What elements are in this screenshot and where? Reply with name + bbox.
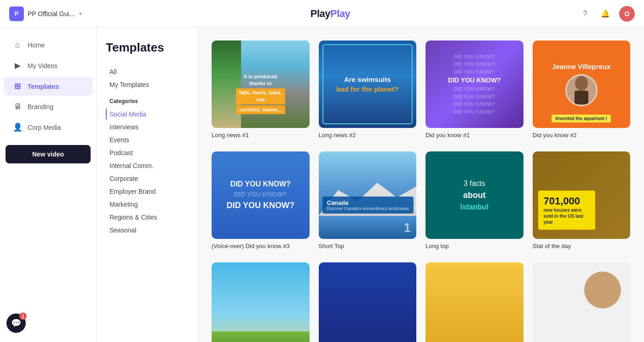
sidebar-item-branding-label: Branding (28, 103, 53, 110)
template-thumb-stat-of-day: 701,000 new houses were sold in the US l… (533, 151, 631, 239)
templates-row-2: DID YOU KNOW? DID YOU KNOW? DID YOU KNOW… (212, 151, 630, 249)
app-logo: PlayPlay (310, 8, 351, 20)
stat-description: new houses were sold in the US last year (544, 207, 590, 225)
template-card-blue[interactable] (319, 262, 417, 342)
template-thumb-blue (319, 262, 417, 342)
home-icon: ⌂ (13, 41, 22, 50)
canada-sub: Discover Canada's extraordinary landscap… (327, 206, 409, 211)
sidebar-item-corp-media[interactable]: 👤 Corp Media (4, 118, 92, 137)
template-card-did-you-know-1[interactable]: DID YOU KNOW? DID YOU KNOW? DID YOU KNOW… (426, 41, 523, 139)
corp-media-icon: 👤 (13, 122, 22, 132)
topbar-left: P PP Official Gui... ▾ (9, 6, 82, 21)
sidebar: ⌂ Home ▶ My Videos ⊞ Templates 🖥 Brandin… (0, 28, 97, 342)
canada-title: Canada (327, 199, 409, 206)
template-thumb-did-you-know-2: Jeanne Villepreux Invented the aquarium … (533, 41, 631, 128)
template-name-long-top: Long top (426, 243, 523, 249)
jeanne-name: Jeanne Villepreux (552, 63, 610, 70)
help-icon[interactable]: ? (579, 7, 592, 20)
template-name-did-you-know-1: Did you know #1 (426, 132, 523, 139)
canada-lake (319, 216, 417, 239)
templates-icon: ⊞ (13, 81, 22, 91)
person-face (584, 272, 621, 308)
cat-marketing[interactable]: Marketing (106, 198, 188, 210)
template-card-stat-of-day[interactable]: 701,000 new houses were sold in the US l… (533, 151, 631, 249)
org-name[interactable]: PP Official Gui... (28, 10, 75, 17)
templates-row-3 (212, 262, 630, 342)
chat-icon: 💬 (11, 318, 21, 328)
svg-point-0 (575, 76, 588, 91)
template-thumb-long-top: 3 facts about Istanbul (426, 151, 523, 239)
sidebar-item-templates-label: Templates (28, 83, 59, 90)
template-name-long-news-2: Long news #2 (319, 132, 417, 139)
bell-icon[interactable]: 🔔 (599, 7, 612, 20)
template-thumb-short-top: Canada Discover Canada's extraordinary l… (319, 151, 417, 239)
cat-social-media[interactable]: Social Media (106, 108, 188, 120)
template-thumb-long-news-1: It is produced thanks to falls, rivers, … (212, 41, 310, 128)
chat-badge-count: 1 (19, 313, 27, 320)
template-card-beach[interactable] (212, 262, 310, 342)
cat-seasonal[interactable]: Seasonal (106, 224, 188, 236)
template-name-did-you-know-2: Did you know #2 (533, 132, 631, 139)
sidebar-item-my-videos-label: My Videos (28, 62, 58, 70)
template-card-long-news-2[interactable]: Are swimsuitsbad for the planet? Long ne… (319, 41, 417, 139)
canada-num: 1 (403, 220, 411, 235)
cat-employer-brand[interactable]: Employer Brand (106, 185, 188, 197)
topbar-right: ? 🔔 O (579, 6, 635, 22)
video-icon: ▶ (13, 61, 22, 70)
cat-internal-comm[interactable]: Internal Comm. (106, 160, 188, 172)
categories-section-label: Categories (109, 98, 184, 104)
topbar: P PP Official Gui... ▾ PlayPlay ? 🔔 O (0, 0, 644, 28)
template-card-did-you-know-3[interactable]: DID YOU KNOW? DID YOU KNOW? DID YOU KNOW… (212, 151, 310, 249)
sidebar-item-my-videos[interactable]: ▶ My Videos (4, 56, 92, 75)
branding-icon: 🖥 (13, 102, 22, 111)
cat-regions-cities[interactable]: Regions & Cities (106, 211, 188, 223)
canada-banner: Canada Discover Canada's extraordinary l… (322, 197, 414, 214)
swimsuit-text: Are swimsuitsbad for the planet? (327, 65, 408, 103)
cat-podcast[interactable]: Podcast (106, 147, 188, 159)
chevron-down-icon: ▾ (79, 11, 82, 17)
istanbul-text: 3 facts about Istanbul (460, 178, 489, 213)
main-area: Templates All My Templates Categories So… (97, 28, 644, 342)
template-card-long-top[interactable]: 3 facts about Istanbul Long top (426, 151, 523, 249)
template-card-short-top[interactable]: Canada Discover Canada's extraordinary l… (319, 151, 417, 249)
template-thumb-did-you-know-1: DID YOU KNOW? DID YOU KNOW? DID YOU KNOW… (426, 41, 523, 128)
template-name-short-top: Short Top (319, 243, 417, 249)
template-card-yellow[interactable] (426, 262, 523, 342)
template-card-long-news-1[interactable]: It is produced thanks to falls, rivers, … (212, 41, 310, 139)
stat-box: 701,000 new houses were sold in the US l… (538, 191, 595, 230)
sidebar-item-home[interactable]: ⌂ Home (4, 36, 92, 54)
chat-button[interactable]: 💬 1 (6, 313, 26, 333)
jeanne-portrait (565, 74, 598, 106)
cat-events[interactable]: Events (106, 134, 188, 146)
template-name-stat-of-day: Stat of the day (533, 243, 631, 249)
categories-panel: Templates All My Templates Categories So… (97, 28, 198, 342)
cat-my-templates[interactable]: My Templates (106, 79, 188, 91)
template-thumb-did-you-know-3: DID YOU KNOW? DID YOU KNOW? DID YOU KNOW… (212, 151, 310, 239)
sidebar-item-branding[interactable]: 🖥 Branding (4, 98, 92, 116)
jeanne-caption: Invented the aquarium ! (552, 115, 611, 122)
template-name-long-news-1: Long news #1 (212, 132, 310, 139)
org-avatar[interactable]: P (9, 6, 24, 21)
waterfall-text: It is produced thanks to falls, rivers, … (236, 73, 285, 114)
new-video-button[interactable]: New video (6, 145, 91, 163)
templates-row-1: It is produced thanks to falls, rivers, … (212, 41, 630, 139)
sidebar-item-home-label: Home (28, 41, 45, 49)
stat-number: 701,000 (544, 195, 590, 207)
layout: ⌂ Home ▶ My Videos ⊞ Templates 🖥 Brandin… (0, 28, 644, 342)
page-title: Templates (106, 41, 188, 55)
template-card-did-you-know-2[interactable]: Jeanne Villepreux Invented the aquarium … (533, 41, 631, 139)
cat-interviews[interactable]: Interviews (106, 121, 188, 133)
sidebar-item-corp-media-label: Corp Media (28, 124, 61, 131)
didyouknow3-text: DID YOU KNOW? DID YOU KNOW? DID YOU KNOW… (226, 179, 294, 212)
template-thumb-beach (212, 262, 310, 342)
sidebar-item-templates[interactable]: ⊞ Templates (4, 77, 92, 96)
template-thumb-person (533, 262, 631, 342)
cat-all[interactable]: All (106, 66, 188, 78)
templates-grid: It is produced thanks to falls, rivers, … (198, 28, 644, 342)
template-thumb-long-news-2: Are swimsuitsbad for the planet? (319, 41, 417, 128)
svg-rect-1 (575, 91, 588, 104)
template-thumb-yellow (426, 262, 523, 342)
user-avatar[interactable]: O (619, 6, 635, 22)
cat-corporate[interactable]: Corporate (106, 173, 188, 185)
template-card-person[interactable] (533, 262, 631, 342)
